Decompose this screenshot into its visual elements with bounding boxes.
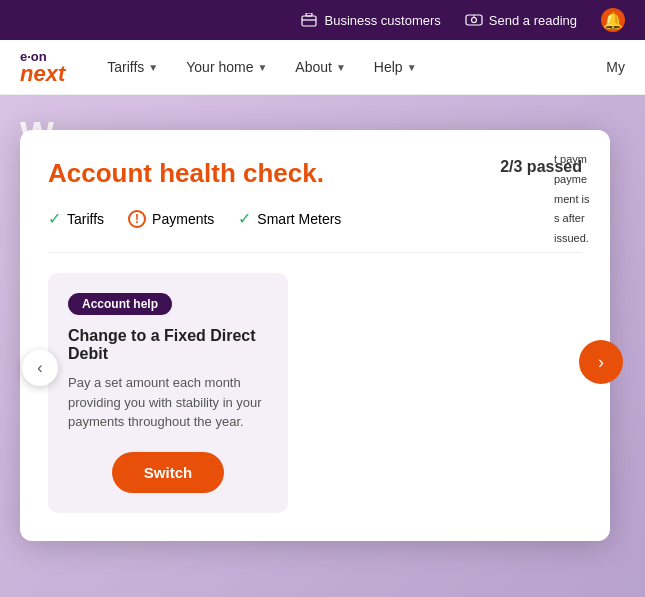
top-bar: Business customers Send a reading 1 🔔 [0,0,645,40]
switch-button[interactable]: Switch [112,452,224,493]
check-payments: ! Payments [128,209,214,228]
logo[interactable]: e·on next [20,50,65,85]
business-customers-link[interactable]: Business customers [300,11,440,29]
check-tariffs: ✓ Tariffs [48,209,104,228]
card-title: Change to a Fixed Direct Debit [68,327,268,363]
smart-meters-check-icon: ✓ [238,209,251,228]
right-text-4: s after [554,209,641,229]
svg-rect-1 [302,16,316,26]
health-check-modal: Account health check. 2/3 passed ✓ Tarif… [20,130,610,541]
right-text-1: t paym [554,150,641,170]
briefcase-icon [300,11,318,29]
modal-divider [48,252,582,253]
tariffs-chevron: ▼ [148,62,158,73]
nav-tariffs[interactable]: Tariffs ▼ [95,51,170,83]
right-text-5: issued. [554,229,641,249]
your-home-chevron: ▼ [257,62,267,73]
help-label: Help [374,59,403,75]
left-arrow-icon: ‹ [37,359,42,377]
nav-about[interactable]: About ▼ [283,51,358,83]
modal-header: Account health check. 2/3 passed [48,158,582,189]
right-panel-partial: t paym payme ment is s after issued. [550,140,645,259]
nav-my[interactable]: My [606,59,625,75]
right-text-3: ment is [554,190,641,210]
left-arrow-button[interactable]: ‹ [22,350,58,386]
notification-bell[interactable]: 1 🔔 [601,8,625,32]
payments-warn-icon: ! [128,210,146,228]
tariffs-check-icon: ✓ [48,209,61,228]
business-customers-label: Business customers [324,13,440,28]
modal-title: Account health check. [48,158,324,189]
meter-icon [465,11,483,29]
tariffs-check-label: Tariffs [67,211,104,227]
help-chevron: ▼ [407,62,417,73]
send-reading-label: Send a reading [489,13,577,28]
right-text-2: payme [554,170,641,190]
payments-check-label: Payments [152,211,214,227]
account-help-card: Account help Change to a Fixed Direct De… [48,273,288,513]
nav-items: Tariffs ▼ Your home ▼ About ▼ Help ▼ [95,51,606,83]
nav-help[interactable]: Help ▼ [362,51,429,83]
about-chevron: ▼ [336,62,346,73]
logo-next-text: next [20,63,65,85]
nav-your-home[interactable]: Your home ▼ [174,51,279,83]
account-help-badge: Account help [68,293,172,315]
tariffs-label: Tariffs [107,59,144,75]
right-arrow-button[interactable]: › [579,340,623,384]
check-items: ✓ Tariffs ! Payments ✓ Smart Meters [48,209,582,228]
svg-point-4 [471,18,476,23]
check-smart-meters: ✓ Smart Meters [238,209,341,228]
card-description: Pay a set amount each month providing yo… [68,373,268,432]
nav-bar: e·on next Tariffs ▼ Your home ▼ About ▼ … [0,40,645,95]
my-label: My [606,59,625,75]
send-reading-link[interactable]: Send a reading [465,11,577,29]
smart-meters-check-label: Smart Meters [257,211,341,227]
about-label: About [295,59,332,75]
right-arrow-icon: › [598,352,604,373]
your-home-label: Your home [186,59,253,75]
